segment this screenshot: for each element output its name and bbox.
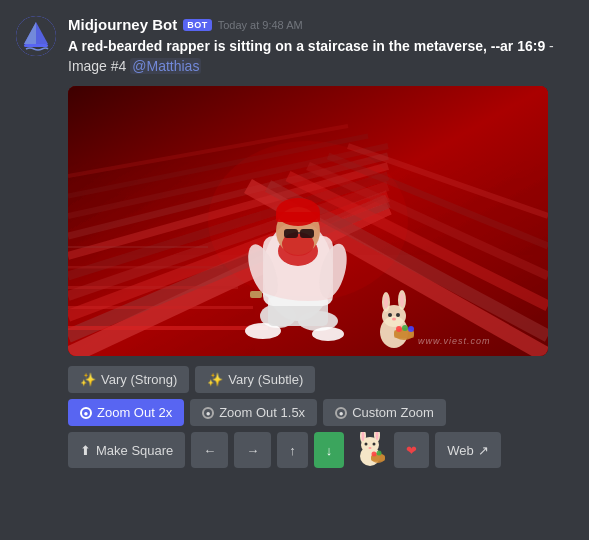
- make-square-button[interactable]: ⬆ Make Square: [68, 432, 185, 468]
- svg-point-71: [372, 452, 377, 457]
- zoom-2x-icon: ●: [80, 407, 92, 419]
- vary-subtle-icon: ✨: [207, 372, 223, 387]
- scene-svg: www.viest.com: [68, 86, 548, 356]
- arrow-left-button[interactable]: ←: [191, 432, 228, 468]
- arrow-up-button[interactable]: ↑: [277, 432, 308, 468]
- zoom-out-2x-button[interactable]: ● Zoom Out 2x: [68, 399, 184, 426]
- svg-point-49: [384, 295, 388, 309]
- rabbit-decoration: [352, 432, 388, 468]
- svg-rect-23: [68, 286, 238, 289]
- svg-point-67: [373, 443, 376, 446]
- svg-point-57: [396, 326, 402, 332]
- message-container: Midjourney Bot BOT Today at 9:48 AM A re…: [0, 0, 589, 480]
- avatar: [16, 16, 56, 56]
- message-text: A red-bearded rapper is sitting on a sta…: [68, 37, 573, 76]
- bot-name: Midjourney Bot: [68, 16, 177, 33]
- custom-zoom-icon: ●: [335, 407, 347, 419]
- zoom-1-5x-label: Zoom Out 1.5x: [219, 405, 305, 420]
- svg-point-72: [377, 451, 382, 456]
- external-link-icon: ↗: [478, 443, 489, 458]
- arrow-left-icon: ←: [203, 443, 216, 458]
- action-row: ❤ Web ↗: [394, 432, 501, 468]
- vary-strong-icon: ✨: [80, 372, 96, 387]
- heart-icon: ❤: [406, 443, 417, 458]
- make-square-icon: ⬆: [80, 443, 91, 458]
- square-row: ⬆ Make Square: [68, 432, 185, 468]
- message-header: Midjourney Bot BOT Today at 9:48 AM: [68, 16, 573, 33]
- message-content: Midjourney Bot BOT Today at 9:48 AM A re…: [68, 16, 573, 468]
- image-placeholder: www.viest.com: [68, 86, 548, 356]
- vary-subtle-button[interactable]: ✨ Vary (Subtle): [195, 366, 315, 393]
- custom-zoom-button[interactable]: ● Custom Zoom: [323, 399, 446, 426]
- zoom-1-5x-icon: ●: [202, 407, 214, 419]
- bot-badge: BOT: [183, 19, 212, 31]
- zoom-2x-label: Zoom Out 2x: [97, 405, 172, 420]
- svg-point-44: [208, 141, 408, 301]
- svg-point-66: [365, 443, 368, 446]
- web-button[interactable]: Web ↗: [435, 432, 501, 468]
- svg-rect-25: [68, 246, 208, 248]
- vary-strong-label: Vary (Strong): [101, 372, 177, 387]
- svg-point-52: [388, 313, 392, 317]
- svg-rect-43: [250, 291, 262, 298]
- svg-rect-24: [68, 266, 223, 269]
- heart-button[interactable]: ❤: [394, 432, 429, 468]
- svg-rect-22: [68, 306, 253, 309]
- svg-rect-3: [24, 44, 48, 47]
- generated-image: www.viest.com: [68, 86, 548, 356]
- nav-row: ← → ↑ ↓: [191, 432, 388, 468]
- svg-point-54: [392, 318, 396, 321]
- arrow-up-icon: ↑: [289, 443, 296, 458]
- arrow-right-icon: →: [246, 443, 259, 458]
- svg-point-59: [408, 326, 414, 332]
- message-bold: A red-bearded rapper is sitting on a sta…: [68, 38, 545, 54]
- zoom-row: ● Zoom Out 2x ● Zoom Out 1.5x ● Custom Z…: [68, 399, 446, 426]
- svg-text:www.viest.com: www.viest.com: [418, 336, 491, 346]
- custom-zoom-label: Custom Zoom: [352, 405, 434, 420]
- zoom-out-1-5x-button[interactable]: ● Zoom Out 1.5x: [190, 399, 317, 426]
- svg-point-53: [396, 313, 400, 317]
- svg-point-68: [369, 447, 372, 449]
- svg-rect-21: [68, 326, 268, 330]
- svg-point-51: [400, 293, 404, 307]
- svg-point-30: [312, 327, 344, 341]
- arrow-down-icon: ↓: [326, 443, 333, 458]
- avatar-icon: [16, 16, 56, 56]
- make-square-label: Make Square: [96, 443, 173, 458]
- web-label: Web: [447, 443, 474, 458]
- svg-point-58: [402, 325, 408, 331]
- vary-row: ✨ Vary (Strong) ✨ Vary (Subtle): [68, 366, 315, 393]
- buttons-section: ✨ Vary (Strong) ✨ Vary (Subtle) ● Zoom O…: [68, 366, 548, 468]
- message-mention: @Matthias: [130, 58, 201, 74]
- vary-subtle-label: Vary (Subtle): [228, 372, 303, 387]
- timestamp: Today at 9:48 AM: [218, 19, 303, 31]
- arrow-right-button[interactable]: →: [234, 432, 271, 468]
- vary-strong-button[interactable]: ✨ Vary (Strong): [68, 366, 189, 393]
- arrow-down-button[interactable]: ↓: [314, 432, 345, 468]
